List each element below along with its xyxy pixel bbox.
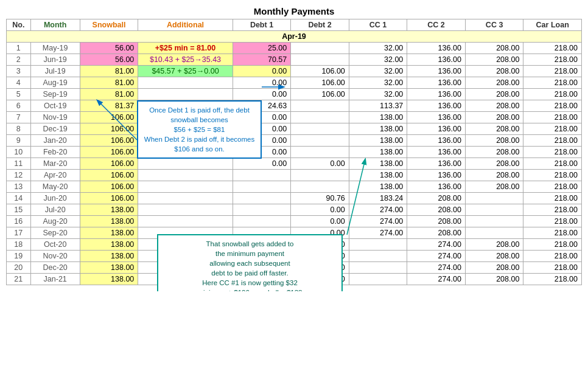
cell-month: May-19 xyxy=(30,43,80,54)
cell-carloan: 218.00 xyxy=(523,262,582,274)
header-snowball: Snowball xyxy=(80,19,138,31)
cell-no: 4 xyxy=(7,77,31,89)
cell-month: Oct-19 xyxy=(30,100,80,112)
cell-no: 8 xyxy=(7,123,31,135)
cell-snowball: 106.00 xyxy=(80,181,138,193)
table-row: 13May-20106.00138.00136.00208.00218.00 xyxy=(7,181,582,193)
cell-month: Dec-20 xyxy=(30,262,80,274)
cell-cc2: 136.00 xyxy=(407,77,466,89)
cell-additional xyxy=(138,181,233,193)
cell-cc1: 32.00 xyxy=(349,54,407,66)
cell-additional xyxy=(138,89,233,100)
cell-month: May-20 xyxy=(30,181,80,193)
table-row: 15Jul-20138.000.00274.00208.00218.00 xyxy=(7,204,582,216)
cell-no: 21 xyxy=(7,274,31,285)
cell-carloan: 218.00 xyxy=(523,251,582,262)
cell-snowball: 81.00 xyxy=(80,89,138,100)
cell-cc3: 208.00 xyxy=(465,77,523,89)
cell-additional xyxy=(138,170,233,181)
cell-no: 6 xyxy=(7,100,31,112)
cell-cc2: 274.00 xyxy=(407,262,466,274)
cell-no: 19 xyxy=(7,251,31,262)
cell-debt2: 90.76 xyxy=(291,193,349,204)
cell-debt2 xyxy=(291,100,349,112)
cell-cc1: 138.00 xyxy=(349,123,407,135)
cell-debt2: 106.00 xyxy=(291,77,349,89)
cell-debt2 xyxy=(291,54,349,66)
cell-cc1 xyxy=(349,262,407,274)
cell-cc1: 113.37 xyxy=(349,100,407,112)
cell-cc1: 274.00 xyxy=(349,216,407,227)
cell-no: 2 xyxy=(7,54,31,66)
cell-cc2: 208.00 xyxy=(407,216,466,227)
cell-additional xyxy=(138,216,233,227)
cell-cc2: 136.00 xyxy=(407,147,466,158)
cell-no: 20 xyxy=(7,262,31,274)
cell-month: Nov-19 xyxy=(30,112,80,123)
table-row: 11Mar-20106.000.000.00138.00136.00208.00… xyxy=(7,158,582,170)
cell-cc1 xyxy=(349,239,407,251)
cell-cc3: 208.00 xyxy=(465,89,523,100)
header-cc1: CC 1 xyxy=(349,19,407,31)
cell-debt1: 25.00 xyxy=(233,43,291,54)
cell-cc3: 208.00 xyxy=(465,239,523,251)
cell-cc2: 136.00 xyxy=(407,170,466,181)
cell-no: 18 xyxy=(7,239,31,251)
cell-debt2 xyxy=(291,112,349,123)
cell-debt2: 0.00 xyxy=(291,216,349,227)
cell-snowball: 106.00 xyxy=(80,158,138,170)
cell-no: 12 xyxy=(7,170,31,181)
cell-additional: $45.57 + $25→0.00 xyxy=(138,66,233,77)
cell-additional xyxy=(138,77,233,89)
table-row: Apr-19 xyxy=(7,31,582,43)
cell-debt2 xyxy=(291,123,349,135)
cell-carloan: 218.00 xyxy=(523,135,582,147)
cell-debt2: 106.00 xyxy=(291,89,349,100)
cell-debt1: 70.57 xyxy=(233,54,291,66)
cell-snowball: 81.00 xyxy=(80,66,138,77)
table-row: 2Jun-1956.00$10.43 + $25→35.4370.5732.00… xyxy=(7,54,582,66)
cell-snowball: 138.00 xyxy=(80,239,138,251)
cell-no: 9 xyxy=(7,135,31,147)
header-debt1: Debt 1 xyxy=(233,19,291,31)
cell-snowball: 138.00 xyxy=(80,204,138,216)
cell-carloan: 218.00 xyxy=(523,158,582,170)
cell-month: Nov-20 xyxy=(30,251,80,262)
cell-cc3: 208.00 xyxy=(465,147,523,158)
cell-cc2: 136.00 xyxy=(407,100,466,112)
cell-no: 16 xyxy=(7,216,31,227)
cell-cc2: 136.00 xyxy=(407,66,466,77)
cell-snowball: 138.00 xyxy=(80,274,138,285)
cell-debt2 xyxy=(291,43,349,54)
cell-cc3: 208.00 xyxy=(465,158,523,170)
cell-no: 11 xyxy=(7,158,31,170)
cell-carloan: 218.00 xyxy=(523,66,582,77)
cell-debt1 xyxy=(233,204,291,216)
cell-carloan: 218.00 xyxy=(523,112,582,123)
cell-cc1: 32.00 xyxy=(349,77,407,89)
cell-cc2: 136.00 xyxy=(407,43,466,54)
table-row: 1May-1956.00+$25 min = 81.0025.0032.0013… xyxy=(7,43,582,54)
cell-month: Sep-19 xyxy=(30,89,80,100)
cell-carloan: 218.00 xyxy=(523,43,582,54)
cell-no: 13 xyxy=(7,181,31,193)
header-no: No. xyxy=(7,19,31,31)
cell-debt1 xyxy=(233,170,291,181)
cell-debt1: 0.00 xyxy=(233,66,291,77)
table-row: 7Nov-19106.000.00138.00136.00208.00218.0… xyxy=(7,112,582,123)
cell-debt1 xyxy=(233,193,291,204)
cell-snowball: 106.00 xyxy=(80,112,138,123)
cell-cc3: 208.00 xyxy=(465,66,523,77)
cell-month: Sep-20 xyxy=(30,227,80,239)
cell-cc2: 136.00 xyxy=(407,89,466,100)
annotation-snowball-added: That snowball gets added tothe minimum p… xyxy=(157,234,343,291)
cell-no: 17 xyxy=(7,227,31,239)
annotation-snowball-explained: Once Debt 1 is paid off, the debt snowba… xyxy=(137,100,262,159)
cell-cc2: 208.00 xyxy=(407,227,466,239)
cell-snowball: 138.00 xyxy=(80,227,138,239)
cell-carloan: 218.00 xyxy=(523,181,582,193)
cell-month: Dec-19 xyxy=(30,123,80,135)
cell-no: 3 xyxy=(7,66,31,77)
cell-cc2: 274.00 xyxy=(407,239,466,251)
cell-debt2 xyxy=(291,170,349,181)
